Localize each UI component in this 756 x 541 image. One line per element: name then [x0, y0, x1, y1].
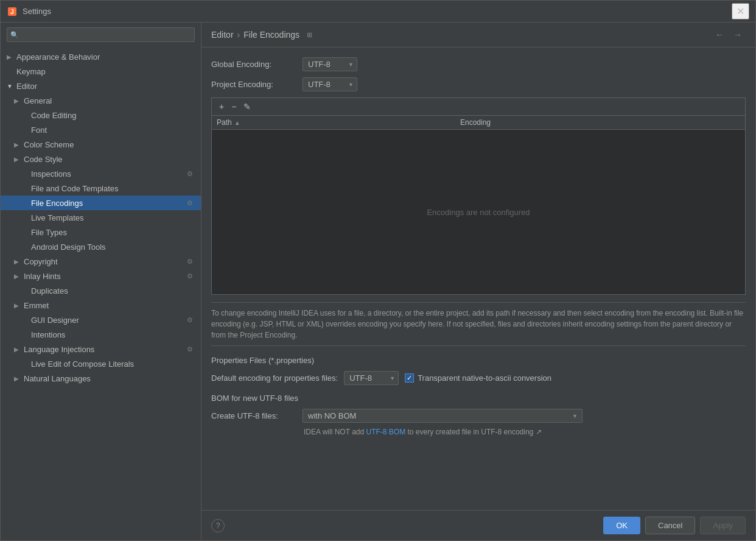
sidebar-item-android-design[interactable]: Android Design Tools: [1, 239, 201, 254]
help-button[interactable]: ?: [211, 519, 225, 532]
cancel-button[interactable]: Cancel: [645, 517, 695, 534]
transparent-checkbox-row: ✓ Transparent native-to-ascii conversion: [405, 373, 551, 383]
bom-note: IDEA will NOT add UTF-8 BOM to every cre…: [211, 428, 746, 436]
search-icon: 🔍: [10, 31, 19, 39]
app-icon: J: [7, 6, 18, 17]
expand-arrow-icon: ▶: [14, 273, 21, 280]
sidebar-item-label: Android Design Tools: [31, 242, 195, 252]
sidebar-item-color-scheme[interactable]: ▶ Color Scheme: [1, 137, 201, 152]
add-row-button[interactable]: +: [217, 101, 226, 113]
bom-row: Create UTF-8 files: with NO BOM with BOM: [211, 409, 746, 423]
table-body: Encodings are not configured: [212, 130, 745, 294]
search-box: 🔍: [7, 27, 195, 42]
sidebar-item-code-editing[interactable]: Code Editing: [1, 108, 201, 122]
properties-section-title: Properties Files (*.properties): [211, 356, 746, 365]
gear-icon: ⚙: [185, 198, 195, 208]
ok-button[interactable]: OK: [603, 517, 640, 534]
back-button[interactable]: ←: [712, 29, 727, 41]
settings-dialog: J Settings ✕ 🔍 ▶ Appearance & Behavior: [0, 0, 756, 541]
create-utf8-label: Create UTF-8 files:: [211, 411, 296, 420]
sidebar-item-label: Language Injections: [24, 345, 185, 354]
remove-row-button[interactable]: −: [229, 101, 239, 113]
sidebar-item-general[interactable]: ▶ General: [1, 93, 201, 108]
breadcrumb-current: File Encodings: [243, 30, 299, 40]
sidebar-item-label: Copyright: [24, 257, 185, 266]
pin-icon: ⊞: [307, 31, 312, 39]
empty-message: Encodings are not configured: [427, 208, 530, 217]
expand-arrow-icon: ▶: [14, 346, 21, 353]
expand-arrow-icon: ▶: [14, 258, 21, 265]
bom-note-suffix: to every created file in UTF-8 encoding …: [405, 428, 541, 436]
sidebar-item-keymap[interactable]: Keymap: [1, 64, 201, 79]
create-utf8-select[interactable]: with NO BOM with BOM: [303, 409, 583, 423]
sidebar-item-label: Inlay Hints: [24, 272, 185, 281]
default-encoding-label: Default encoding for properties files:: [211, 373, 338, 383]
sidebar-item-code-style[interactable]: ▶ Code Style: [1, 152, 201, 166]
transparent-checkbox[interactable]: ✓: [405, 373, 414, 383]
project-encoding-row: Project Encoding: UTF-8: [211, 77, 746, 91]
breadcrumb-parent[interactable]: Editor: [211, 30, 234, 40]
breadcrumb-arrow: ›: [237, 30, 240, 40]
default-encoding-select[interactable]: UTF-8: [344, 371, 399, 385]
sidebar-item-inspections[interactable]: Inspections ⚙: [1, 166, 201, 181]
expand-arrow-icon: ▶: [14, 97, 21, 104]
sidebar: 🔍 ▶ Appearance & Behavior Keymap ▼ Edito…: [1, 23, 201, 540]
sidebar-item-label: Live Edit of Compose Literals: [31, 359, 195, 369]
collapse-arrow-icon: ▼: [7, 83, 14, 90]
apply-button[interactable]: Apply: [700, 517, 746, 534]
sidebar-item-live-edit[interactable]: Live Edit of Compose Literals: [1, 356, 201, 371]
sidebar-item-emmet[interactable]: ▶ Emmet: [1, 298, 201, 313]
bom-note-prefix: IDEA will NOT add: [304, 428, 366, 436]
sidebar-item-editor[interactable]: ▼ Editor: [1, 79, 201, 93]
expand-arrow-icon: ▶: [14, 375, 21, 382]
search-input[interactable]: [7, 27, 195, 42]
svg-text:J: J: [10, 9, 14, 15]
panel-content: Global Encoding: UTF-8 Project Encoding:…: [201, 48, 755, 510]
project-encoding-select[interactable]: UTF-8: [303, 77, 357, 91]
sidebar-item-natural-languages[interactable]: ▶ Natural Languages: [1, 371, 201, 386]
checkmark-icon: ✓: [407, 374, 412, 382]
encoding-table: + − ✎ Path ▲ Encoding Encodings are not …: [211, 97, 746, 295]
sidebar-item-appearance[interactable]: ▶ Appearance & Behavior: [1, 49, 201, 64]
expand-arrow-icon: ▶: [14, 156, 21, 163]
sidebar-item-gui-designer[interactable]: GUI Designer ⚙: [1, 313, 201, 327]
sidebar-item-label: Emmet: [24, 301, 195, 310]
edit-row-button[interactable]: ✎: [241, 101, 253, 113]
sidebar-item-label: Code Editing: [31, 111, 195, 120]
sidebar-item-language-injections[interactable]: ▶ Language Injections ⚙: [1, 342, 201, 356]
sidebar-item-copyright[interactable]: ▶ Copyright ⚙: [1, 254, 201, 269]
project-encoding-dropdown-wrap: UTF-8: [303, 77, 357, 91]
default-encoding-row: Default encoding for properties files: U…: [211, 371, 746, 385]
info-text: To change encoding IntelliJ IDEA uses fo…: [211, 302, 746, 346]
column-encoding: Encoding: [460, 118, 740, 127]
utf8-bom-link[interactable]: UTF-8 BOM: [366, 428, 405, 436]
global-encoding-label: Global Encoding:: [211, 60, 296, 69]
sidebar-item-file-code-templates[interactable]: File and Code Templates: [1, 181, 201, 196]
global-encoding-dropdown-wrap: UTF-8: [303, 57, 357, 71]
close-button[interactable]: ✕: [732, 3, 749, 19]
sidebar-item-label: Appearance & Behavior: [16, 52, 195, 62]
global-encoding-select[interactable]: UTF-8: [303, 57, 357, 71]
content-area: 🔍 ▶ Appearance & Behavior Keymap ▼ Edito…: [1, 23, 755, 540]
sidebar-item-intentions[interactable]: Intentions: [1, 327, 201, 342]
panel-header: Editor › File Encodings ⊞ ← →: [201, 23, 755, 48]
sidebar-item-label: File Types: [31, 228, 195, 237]
sidebar-item-live-templates[interactable]: Live Templates: [1, 210, 201, 225]
project-encoding-label: Project Encoding:: [211, 80, 296, 89]
sidebar-item-label: Duplicates: [31, 286, 195, 295]
table-header: Path ▲ Encoding: [212, 116, 745, 130]
expand-arrow-icon: ▶: [7, 54, 14, 60]
column-path: Path ▲: [217, 118, 460, 127]
sidebar-item-file-encodings[interactable]: File Encodings ⚙: [1, 196, 201, 210]
bottom-bar: ? OK Cancel Apply: [201, 510, 755, 540]
sidebar-item-duplicates[interactable]: Duplicates: [1, 283, 201, 298]
sidebar-item-inlay-hints[interactable]: ▶ Inlay Hints ⚙: [1, 269, 201, 283]
forward-button[interactable]: →: [730, 29, 746, 41]
sidebar-item-file-types[interactable]: File Types: [1, 225, 201, 239]
global-encoding-row: Global Encoding: UTF-8: [211, 57, 746, 71]
nav-buttons: ← →: [712, 29, 746, 41]
sidebar-item-font[interactable]: Font: [1, 122, 201, 137]
gear-icon: ⚙: [185, 169, 195, 179]
sidebar-item-label: File Encodings: [31, 199, 185, 208]
action-buttons: OK Cancel Apply: [603, 517, 746, 534]
